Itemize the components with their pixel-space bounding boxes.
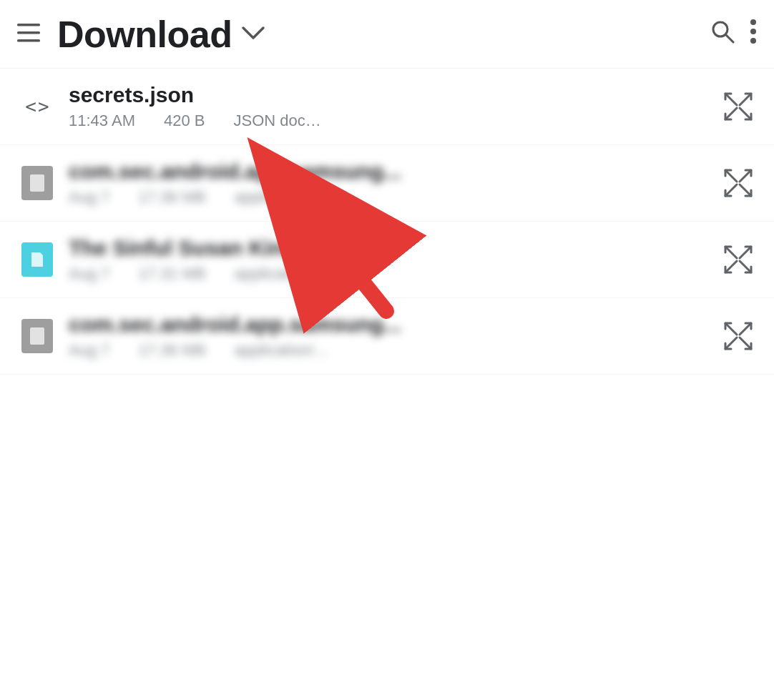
file-size: 17.31 MB	[139, 265, 206, 283]
svg-line-23	[740, 323, 751, 335]
file-meta: Aug 7 17.36 MB application/...	[69, 188, 708, 207]
file-expand-button-2[interactable]	[720, 164, 757, 202]
svg-point-5	[750, 19, 756, 25]
svg-line-8	[725, 94, 737, 105]
file-meta: 11:43 AM 420 B JSON doc…	[69, 112, 708, 130]
search-icon[interactable]	[710, 19, 735, 49]
file-time: Aug 7	[69, 188, 110, 207]
file-info-blurred-2: The Sinful Susan Kindle mobi Aug 7 17.31…	[69, 236, 708, 283]
file-icon-blue-1	[17, 242, 57, 277]
svg-line-10	[725, 108, 737, 119]
file-info-blurred-1: com.sec.android.app.samsung... Aug 7 17.…	[69, 159, 708, 207]
file-item-secrets-json[interactable]: <> secrets.json 11:43 AM 420 B JSON doc…	[0, 69, 774, 145]
file-type: application/...	[235, 341, 328, 360]
svg-line-20	[740, 261, 751, 272]
file-expand-button-3[interactable]	[720, 241, 757, 278]
file-type: application/...	[235, 188, 328, 207]
svg-line-22	[725, 323, 737, 335]
file-name: com.sec.android.app.samsung...	[69, 312, 708, 337]
svg-line-15	[725, 184, 737, 196]
file-item-blurred-1[interactable]: com.sec.android.app.samsung... Aug 7 17.…	[0, 145, 774, 222]
file-icon-generic-1	[17, 166, 57, 200]
svg-point-6	[750, 29, 756, 34]
file-icon-code: <>	[17, 96, 57, 117]
page-title: Download	[57, 13, 232, 56]
svg-line-17	[725, 247, 737, 258]
file-time: Aug 7	[69, 341, 110, 360]
svg-line-13	[725, 170, 737, 182]
header: Download	[0, 0, 774, 69]
svg-line-19	[725, 261, 737, 272]
file-expand-button-4[interactable]	[720, 317, 757, 355]
file-meta: Aug 7 17.36 MB application/...	[69, 341, 708, 360]
file-type: JSON doc…	[233, 112, 320, 130]
svg-line-14	[740, 170, 751, 182]
file-time: Aug 7	[69, 265, 110, 283]
file-size: 420 B	[164, 112, 205, 130]
chevron-down-icon[interactable]	[240, 23, 266, 46]
svg-rect-1	[17, 31, 40, 34]
menu-icon[interactable]	[17, 24, 40, 45]
file-name: com.sec.android.app.samsung...	[69, 159, 708, 184]
file-icon-generic-2	[17, 319, 57, 353]
file-info-secrets-json: secrets.json 11:43 AM 420 B JSON doc…	[69, 83, 708, 130]
svg-point-7	[750, 38, 756, 44]
svg-line-25	[740, 337, 751, 349]
file-size: 17.36 MB	[139, 341, 206, 360]
more-options-icon[interactable]	[750, 19, 757, 49]
file-expand-button[interactable]	[720, 88, 757, 125]
header-actions	[710, 19, 757, 49]
header-title-group: Download	[57, 13, 710, 56]
svg-rect-2	[17, 39, 40, 42]
svg-line-11	[740, 108, 751, 119]
svg-line-4	[726, 35, 733, 42]
file-name: secrets.json	[69, 83, 708, 107]
svg-line-16	[740, 184, 751, 196]
svg-line-9	[740, 94, 751, 105]
svg-line-18	[740, 247, 751, 258]
file-meta: Aug 7 17.31 MB application/...	[69, 265, 708, 283]
svg-line-24	[725, 337, 737, 349]
file-item-blurred-3[interactable]: com.sec.android.app.samsung... Aug 7 17.…	[0, 298, 774, 375]
file-list: <> secrets.json 11:43 AM 420 B JSON doc…	[0, 69, 774, 375]
file-size: 17.36 MB	[139, 188, 206, 207]
file-time: 11:43 AM	[69, 112, 135, 130]
file-item-blurred-2[interactable]: The Sinful Susan Kindle mobi Aug 7 17.31…	[0, 222, 774, 298]
file-name: The Sinful Susan Kindle mobi	[69, 236, 708, 260]
svg-rect-12	[30, 174, 44, 192]
svg-rect-21	[30, 327, 44, 345]
file-info-blurred-3: com.sec.android.app.samsung... Aug 7 17.…	[69, 312, 708, 360]
svg-rect-0	[17, 24, 40, 26]
file-type: application/...	[235, 265, 328, 283]
